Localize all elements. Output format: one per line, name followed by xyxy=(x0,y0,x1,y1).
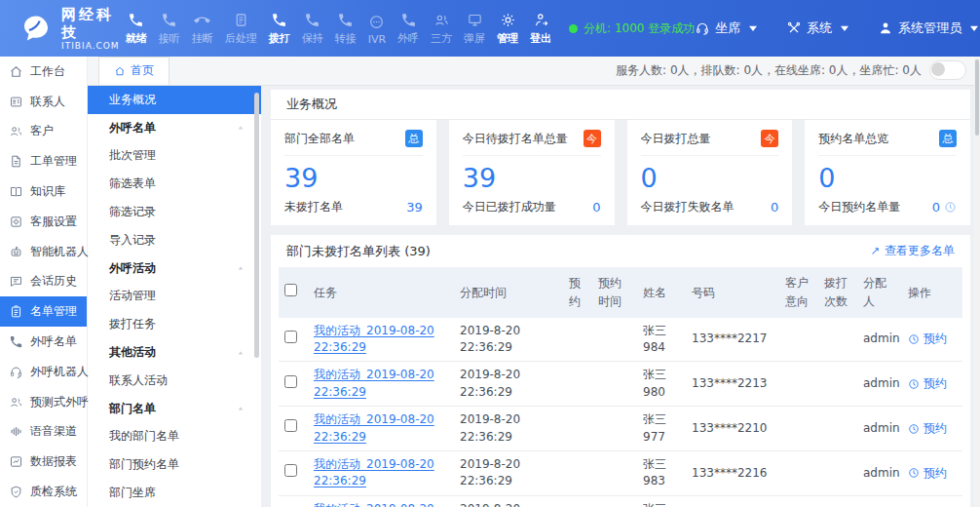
sidebar-item-icon xyxy=(9,395,23,410)
sidebar-item[interactable]: 工作台 xyxy=(0,57,87,87)
toolbar-button[interactable]: 保持 xyxy=(296,12,329,46)
submenu-item[interactable]: 业务概况 xyxy=(88,86,261,114)
sidebar-item-label: 工单管理 xyxy=(30,153,77,170)
toolbar-button[interactable]: 拨打 xyxy=(263,12,296,46)
sidebar-item[interactable]: 客户 xyxy=(0,117,87,147)
row-checkbox[interactable] xyxy=(284,331,297,343)
assigner-cell: admin xyxy=(857,450,902,495)
toolbar-button[interactable]: 弹屏 xyxy=(458,12,491,46)
dial-count-cell xyxy=(818,495,857,507)
sidebar-item[interactable]: 质检系统 xyxy=(0,477,87,507)
task-link[interactable]: 我的活动_2019-08-2022:36:29 xyxy=(314,367,448,401)
header-menu-item[interactable]: 系统 xyxy=(786,20,852,37)
tab-home[interactable]: 首页 xyxy=(98,57,170,85)
window-scrollbar[interactable] xyxy=(974,57,980,507)
main-sidebar: 工作台 联系人 客户 工单管理 知识库 客服设置 智能机器人 xyxy=(0,57,88,507)
agent-stats-bar: 服务人数: 0人，排队数: 0人，在线坐席: 0人，坐席忙: 0人 xyxy=(616,60,980,85)
submenu-item[interactable]: 我的部门名单 xyxy=(88,423,261,451)
toolbar-button-label: 三方 xyxy=(431,31,452,46)
submenu-item[interactable]: 筛选表单 xyxy=(88,170,261,198)
row-checkbox[interactable] xyxy=(284,464,297,477)
sidebar-item[interactable]: 外呼机器人 xyxy=(0,357,87,387)
submenu-item[interactable]: 其他活动 xyxy=(88,338,261,367)
sidebar-item[interactable]: 语音渠道 xyxy=(0,417,87,448)
submenu-item-label: 活动管理 xyxy=(109,288,156,304)
submenu-item[interactable]: 部门坐席 xyxy=(88,479,261,507)
toolbar-button[interactable]: 外呼 xyxy=(392,12,425,46)
sidebar-item-label: 数据报表 xyxy=(30,453,77,470)
sidebar-item[interactable]: 预测式外呼 xyxy=(0,387,87,417)
sidebar-item[interactable]: 外呼名单 xyxy=(0,327,87,357)
nav-arrow-icon xyxy=(870,246,881,256)
toolbar-button-icon xyxy=(400,12,417,28)
toolbar-button[interactable]: IVR xyxy=(362,14,392,46)
sidebar-item-label: 预测式外呼 xyxy=(30,394,89,410)
reserve-action-button[interactable]: 预约 xyxy=(908,420,957,437)
window-scrollbar-thumb[interactable] xyxy=(975,59,979,136)
reserve-cell xyxy=(563,318,592,362)
name-cell: 张三977 xyxy=(637,407,686,451)
row-checkbox[interactable] xyxy=(284,419,297,432)
chevron-down-icon xyxy=(837,20,852,36)
sidebar-item[interactable]: 智能机器人 xyxy=(0,237,87,267)
header-menu-label: 系统 xyxy=(807,20,832,37)
submenu-item[interactable]: 批次管理 xyxy=(88,142,261,171)
select-all-checkbox[interactable] xyxy=(284,284,297,296)
toolbar-button[interactable]: 转接 xyxy=(329,12,362,46)
toolbar-button[interactable]: 三方 xyxy=(425,12,458,46)
toolbar-button[interactable]: 挂断 xyxy=(186,12,219,46)
toolbar-button[interactable]: 管理 xyxy=(491,12,524,46)
collapse-caret-up-icon xyxy=(236,348,245,358)
task-link[interactable]: 我的活动_2019-08-2022:36:29 xyxy=(314,501,448,507)
toolbar-button-icon xyxy=(368,14,385,30)
reserve-time-cell xyxy=(592,362,637,407)
view-more-link[interactable]: 查看更多名单 xyxy=(870,243,955,259)
task-link[interactable]: 我的活动_2019-08-2022:36:29 xyxy=(314,323,448,357)
intent-cell xyxy=(779,450,818,495)
sidebar-item[interactable]: 客服设置 xyxy=(0,207,87,237)
col-assign-time: 分配时间 xyxy=(454,267,563,317)
sidebar-item[interactable]: 会话历史 xyxy=(0,267,87,297)
submenu-scrollbar-thumb[interactable] xyxy=(254,93,259,358)
submenu-item[interactable]: 部门名单 xyxy=(88,395,261,423)
submenu-item[interactable]: 拨打任务 xyxy=(88,310,261,338)
stat-card-sub-label: 今日已拨打成功量 xyxy=(463,199,556,215)
stat-card: 今日待拨打名单总量 今 39 今日已拨打成功量 0 xyxy=(449,120,615,225)
table-row: 我的活动_2019-08-2022:36:29 2019-8-20 22:36:… xyxy=(279,362,962,407)
brand-name: 网经科技 xyxy=(61,6,120,41)
task-link[interactable]: 我的活动_2019-08-2022:36:29 xyxy=(314,411,448,446)
toolbar-button[interactable]: 登出 xyxy=(524,12,557,46)
toolbar-button[interactable]: 后处理 xyxy=(219,12,263,46)
header-menu-item[interactable]: 系统管理员 xyxy=(878,20,980,37)
sidebar-item[interactable]: 名单管理 xyxy=(0,296,87,327)
sidebar-item-label: 语音渠道 xyxy=(30,423,77,440)
toolbar-button[interactable]: 就绪 xyxy=(120,12,153,46)
sidebar-item[interactable]: 知识库 xyxy=(0,176,87,207)
reserve-action-button[interactable]: 预约 xyxy=(908,375,957,392)
sidebar-item-label: 智能机器人 xyxy=(30,244,89,260)
agent-busy-toggle[interactable] xyxy=(929,60,966,80)
submenu-item[interactable]: 活动管理 xyxy=(88,283,261,311)
header-menu-item[interactable]: 坐席 xyxy=(695,20,761,37)
submenu-item[interactable]: 联系人活动 xyxy=(88,367,261,395)
phone-cell: 133****2213 xyxy=(686,362,779,407)
sidebar-item[interactable]: 工单管理 xyxy=(0,146,87,176)
sidebar-item[interactable]: 联系人 xyxy=(0,87,87,117)
submenu-item-label: 我的部门名单 xyxy=(109,428,179,445)
submenu-item[interactable]: 外呼名单 xyxy=(88,114,261,142)
sidebar-item[interactable]: 数据报表 xyxy=(0,447,87,477)
stat-card-badge: 总 xyxy=(405,130,423,147)
sidebar-item-icon xyxy=(9,124,23,138)
submenu-item[interactable]: 筛选记录 xyxy=(88,198,261,226)
list-management-submenu: 业务概况 外呼名单 批次管理 筛选表单 筛选记录 导入记录 外呼活动 xyxy=(88,86,261,507)
reserve-time-cell xyxy=(592,450,637,495)
reserve-time-cell xyxy=(592,495,637,507)
reserve-action-button[interactable]: 预约 xyxy=(908,465,957,482)
row-checkbox[interactable] xyxy=(284,375,297,388)
reserve-action-button[interactable]: 预约 xyxy=(908,331,957,347)
submenu-item[interactable]: 外呼活动 xyxy=(88,254,261,283)
submenu-item[interactable]: 部门预约名单 xyxy=(88,450,261,479)
submenu-item[interactable]: 导入记录 xyxy=(88,226,261,254)
toolbar-button[interactable]: 接听 xyxy=(153,12,186,46)
task-link[interactable]: 我的活动_2019-08-2022:36:29 xyxy=(314,456,448,490)
